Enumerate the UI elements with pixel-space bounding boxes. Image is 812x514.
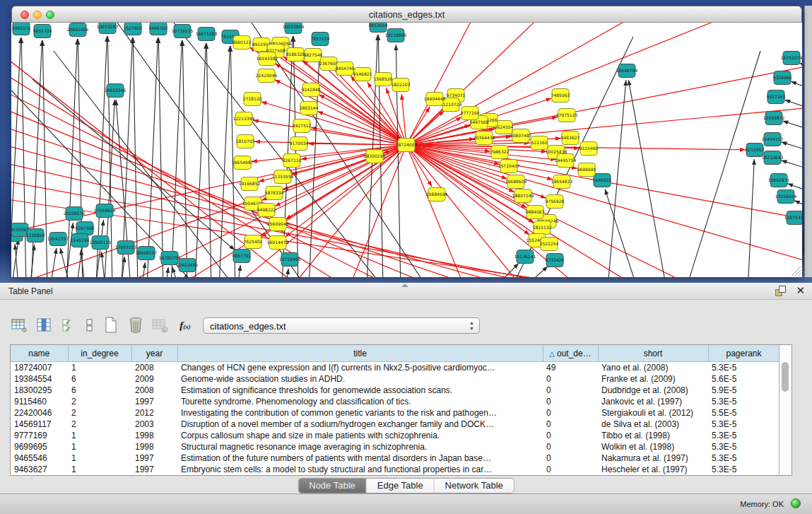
- graph-node[interactable]: 10719135: [172, 25, 194, 38]
- graph-node[interactable]: 622160: [531, 136, 548, 150]
- table-cell[interactable]: Franke et al. (2009): [598, 373, 708, 385]
- table-cell[interactable]: 0: [543, 441, 598, 452]
- table-cell[interactable]: Hescheler et al. (1997): [598, 464, 708, 475]
- select-all-button[interactable]: ✓ ✓: [59, 315, 78, 335]
- table-cell[interactable]: 0: [543, 385, 598, 396]
- graph-node[interactable]: 19654923: [551, 175, 573, 189]
- table-cell[interactable]: Yano et al. (2008): [598, 362, 708, 374]
- table-scrollbar[interactable]: [779, 345, 792, 475]
- graph-node[interactable]: 12444157: [762, 133, 784, 146]
- column-header-short[interactable]: short: [598, 345, 708, 362]
- column-header-name[interactable]: name: [11, 345, 68, 362]
- graph-node[interactable]: 5878334: [265, 187, 284, 200]
- graph-node[interactable]: 8660123: [233, 36, 252, 49]
- table-cell[interactable]: Tourette syndrome. Phenomenology and cla…: [177, 396, 543, 407]
- column-header-in_degree[interactable]: in_degree: [68, 345, 131, 362]
- table-cell[interactable]: 22420046: [11, 407, 68, 419]
- table-cell[interactable]: 2008: [131, 362, 177, 374]
- column-header-title[interactable]: title: [177, 345, 543, 362]
- graph-node[interactable]: 15751074: [781, 52, 802, 65]
- graph-node[interactable]: 19166852: [239, 177, 261, 191]
- graph-node[interactable]: 18300295: [364, 150, 386, 163]
- graph-node[interactable]: 17359924: [94, 204, 116, 218]
- new-table-button[interactable]: [102, 315, 120, 335]
- graph-node[interactable]: 17016504: [775, 190, 797, 204]
- graph-node[interactable]: 8813054: [369, 23, 388, 33]
- graph-node[interactable]: 1810755: [236, 135, 255, 148]
- graph-node[interactable]: 18807249: [512, 189, 534, 203]
- table-cell[interactable]: Jankovic et al. (1997): [598, 396, 708, 407]
- collapsed-panel-edge[interactable]: [804, 6, 812, 277]
- table-cell[interactable]: 9777169: [11, 430, 68, 441]
- graph-node[interactable]: 15718485: [279, 253, 301, 267]
- table-cell[interactable]: 5.3E-5: [708, 362, 779, 374]
- graph-node[interactable]: 15692971: [768, 174, 790, 187]
- graph-node[interactable]: 9146821: [353, 68, 372, 81]
- table-selector-dropdown[interactable]: citations_edges.txt ▲▼: [203, 317, 480, 334]
- table-cell[interactable]: Disruption of a novel member of a sodium…: [177, 419, 543, 430]
- table-cell[interactable]: 2008: [131, 385, 177, 396]
- table-cell[interactable]: Corpus callosum shape and size in male p…: [177, 430, 543, 441]
- table-cell[interactable]: 18300295: [11, 385, 68, 396]
- graph-node[interactable]: 16958107: [136, 247, 158, 260]
- table-cell[interactable]: 2012: [131, 407, 177, 419]
- table-cell[interactable]: 1997: [131, 464, 177, 475]
- tab-node-table[interactable]: Node Table: [298, 479, 367, 493]
- table-cell[interactable]: Nakamura et al. (1997): [598, 452, 708, 464]
- graph-node[interactable]: 17975125: [556, 109, 578, 122]
- table-cell[interactable]: 2009: [131, 373, 177, 385]
- table-cell[interactable]: 0: [543, 430, 598, 441]
- table-cell[interactable]: Estimation of the future numbers of pati…: [177, 452, 543, 464]
- delete-table-button[interactable]: x: [151, 315, 170, 335]
- graph-node[interactable]: 1527602: [124, 23, 143, 35]
- table-row[interactable]: 1830029562008Estimation of significance …: [11, 385, 779, 396]
- graph-node[interactable]: 1815132: [533, 221, 552, 235]
- graph-node[interactable]: 9498222: [257, 204, 276, 217]
- graph-node[interactable]: 2905572: [12, 23, 31, 35]
- graph-node[interactable]: 9397588: [76, 222, 95, 235]
- graph-node[interactable]: 9115460: [579, 142, 599, 156]
- graph-node[interactable]: 7986322: [490, 146, 510, 159]
- table-cell[interactable]: 18724007: [11, 362, 68, 374]
- table-row[interactable]: 2242004622012Investigating the contribut…: [11, 407, 779, 419]
- graph-node[interactable]: 1156829: [26, 229, 45, 243]
- table-cell[interactable]: 0: [543, 396, 598, 407]
- graph-node[interactable]: 19495754: [555, 154, 577, 168]
- graph-node[interactable]: 20364436: [473, 132, 495, 145]
- table-cell[interactable]: 5.3E-5: [708, 464, 779, 475]
- table-cell[interactable]: 0: [543, 407, 598, 419]
- network-canvas[interactable]: 1872400718300295290557290557242069140610…: [11, 23, 802, 277]
- table-settings-button[interactable]: ⚙: [10, 315, 28, 335]
- table-cell[interactable]: 5.3E-5: [708, 396, 779, 407]
- graph-node[interactable]: 9227343: [767, 90, 786, 104]
- function-builder-button[interactable]: f(x): [176, 315, 194, 335]
- table-cell[interactable]: 5.3E-5: [708, 452, 779, 464]
- table-cell[interactable]: 14569117: [11, 419, 68, 430]
- graph-node[interactable]: 6466162: [149, 23, 168, 35]
- table-cell[interactable]: 5.3E-5: [708, 441, 779, 452]
- table-cell[interactable]: Stergiakouli et al. (2012): [598, 407, 708, 419]
- graph-node[interactable]: 13942757: [47, 233, 69, 246]
- graph-node[interactable]: 16671388: [196, 28, 218, 41]
- table-cell[interactable]: 5.6E-5: [708, 373, 779, 385]
- graph-node[interactable]: 9699695: [577, 163, 596, 177]
- graph-node[interactable]: 2718120: [243, 93, 262, 106]
- table-row[interactable]: 1938455462009Genome-wide association stu…: [11, 373, 779, 385]
- table-cell[interactable]: 0: [543, 373, 598, 385]
- table-cell[interactable]: 1998: [131, 441, 177, 452]
- graph-node[interactable]: 16648784: [616, 64, 638, 78]
- table-cell[interactable]: 49: [543, 362, 598, 374]
- table-cell[interactable]: 1: [68, 430, 131, 441]
- graph-node[interactable]: 1568520: [374, 73, 393, 86]
- graph-node[interactable]: 1822203: [392, 78, 411, 92]
- graph-node[interactable]: 11353558: [272, 170, 294, 184]
- graph-node[interactable]: 10688609: [505, 175, 527, 189]
- graph-node[interactable]: 9733426: [546, 254, 565, 267]
- column-header-out_de[interactable]: △out_de…: [543, 345, 598, 362]
- graph-node[interactable]: 1145194: [71, 234, 90, 247]
- graph-node[interactable]: 9756928: [546, 195, 565, 209]
- table-cell[interactable]: 2003: [131, 419, 177, 430]
- table-cell[interactable]: Genome-wide association studies in ADHD.: [177, 373, 543, 385]
- graph-node[interactable]: 20691406: [67, 23, 89, 37]
- graph-node[interactable]: 9884067: [526, 206, 545, 219]
